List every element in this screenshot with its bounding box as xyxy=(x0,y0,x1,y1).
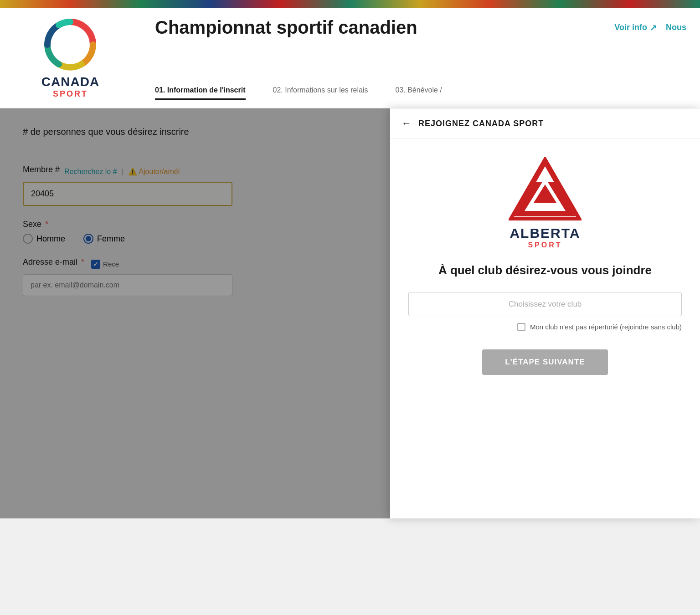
logo-ring-svg xyxy=(43,17,98,72)
club-select[interactable]: Choisissez votre club xyxy=(408,292,682,316)
modal-header: ← REJOIGNEZ CANADA SPORT xyxy=(390,108,700,139)
header: CANADA SPORT Championnat sportif canadie… xyxy=(0,8,700,108)
tab-1-label: 01. Information de l'inscrit xyxy=(155,86,246,94)
tab-benevole[interactable]: 03. Bénévole / xyxy=(396,82,442,99)
modal: ← REJOIGNEZ CANADA SPORT xyxy=(390,108,700,518)
alberta-logo: ALBERTA SPORT xyxy=(509,157,582,249)
alberta-sport-text: SPORT xyxy=(528,241,562,249)
event-title: Championnat sportif canadien xyxy=(155,17,417,38)
modal-overlay: ← REJOIGNEZ CANADA SPORT xyxy=(0,108,700,518)
nous-button[interactable]: Nous xyxy=(666,23,686,32)
main-content: # de personnes que vous désirez inscrire… xyxy=(0,108,700,518)
external-link-icon: ↗ xyxy=(650,23,657,33)
modal-question: À quel club désirez-vous vous joindre xyxy=(438,263,652,278)
etape-suivante-button[interactable]: L'ÉTAPE SUIVANTE xyxy=(482,349,607,375)
logo-sport: SPORT xyxy=(53,89,88,99)
canada-sport-logo: CANADA SPORT xyxy=(41,17,99,99)
header-actions: Voir info ↗ Nous xyxy=(614,23,686,33)
no-club-label: Mon club n'est pas répertorié (rejoindre… xyxy=(530,323,682,331)
header-right: Championnat sportif canadien Voir info ↗… xyxy=(141,8,700,108)
tab-2-label: 02. Informations sur les relais xyxy=(273,86,368,94)
modal-title: REJOIGNEZ CANADA SPORT xyxy=(418,119,544,128)
alberta-name: ALBERTA xyxy=(510,226,580,241)
tab-3-label: 03. Bénévole / xyxy=(396,86,442,94)
logo-box: CANADA SPORT xyxy=(0,8,141,108)
voir-info-label: Voir info xyxy=(614,23,647,32)
no-club-row: Mon club n'est pas répertorié (rejoindre… xyxy=(517,323,682,331)
modal-body: ALBERTA SPORT À quel club désirez-vous v… xyxy=(390,139,700,518)
alberta-triangle-svg xyxy=(509,157,582,221)
sports-strip xyxy=(0,0,700,8)
tab-informations-relais[interactable]: 02. Informations sur les relais xyxy=(273,82,368,99)
back-arrow-button[interactable]: ← xyxy=(401,118,412,129)
tab-information-inscrit[interactable]: 01. Information de l'inscrit xyxy=(155,82,246,99)
logo-text: CANADA SPORT xyxy=(41,75,99,99)
tabs-container: 01. Information de l'inscrit 02. Informa… xyxy=(155,82,686,99)
header-top: Championnat sportif canadien Voir info ↗… xyxy=(155,17,686,38)
logo-canada: CANADA xyxy=(41,75,99,89)
no-club-checkbox[interactable] xyxy=(517,323,525,331)
page-wrapper: CANADA SPORT Championnat sportif canadie… xyxy=(0,0,700,615)
voir-info-button[interactable]: Voir info ↗ xyxy=(614,23,657,33)
